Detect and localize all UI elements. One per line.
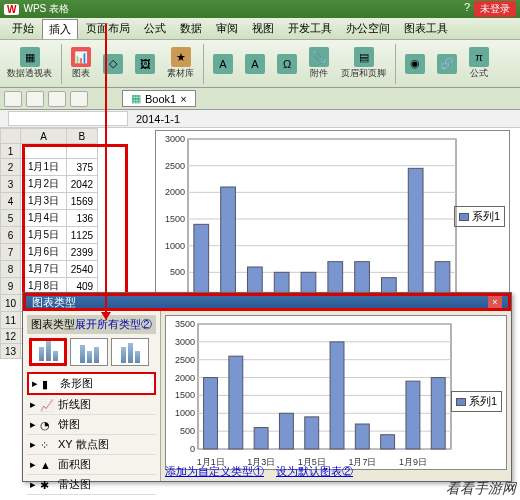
ribbon-hyperlink[interactable]: 🔗 (434, 53, 460, 75)
row-header[interactable]: 11 (1, 312, 21, 329)
cell[interactable]: 136 (66, 210, 97, 227)
ribbon-symbol[interactable]: Ω (274, 53, 300, 75)
type-icon: ◔ (40, 419, 54, 431)
add-custom-type-link[interactable]: 添加为自定义类型① (165, 464, 264, 479)
ribbon-shape[interactable]: ◇ (100, 53, 126, 75)
cell[interactable]: 1月2日 (21, 176, 67, 193)
cell[interactable]: 375 (66, 159, 97, 176)
dialog-close-button[interactable]: × (488, 296, 502, 308)
chart-type-item[interactable]: ▸▲面积图 (27, 455, 156, 475)
ribbon-textbox[interactable]: A (210, 53, 236, 75)
cell[interactable]: 1569 (66, 193, 97, 210)
ribbon-chart[interactable]: 📊图表 (68, 46, 94, 81)
row-header[interactable]: 12 (1, 329, 21, 344)
row-header[interactable]: 5 (1, 210, 21, 227)
login-button[interactable]: 未登录 (474, 1, 516, 17)
cell[interactable] (21, 144, 67, 159)
svg-text:1月9日: 1月9日 (399, 457, 427, 467)
name-box[interactable] (8, 111, 128, 126)
row-header[interactable]: 4 (1, 193, 21, 210)
legend-swatch (456, 398, 466, 406)
dialog-footer-links: 添加为自定义类型① 设为默认图表② (165, 464, 353, 479)
formula-value[interactable]: 2014-1-1 (136, 113, 180, 125)
table-row[interactable]: 1 (1, 144, 98, 159)
cell[interactable]: 2540 (66, 261, 97, 278)
col-B[interactable]: B (66, 129, 97, 144)
set-default-chart-link[interactable]: 设为默认图表② (276, 464, 353, 479)
row-header[interactable]: 6 (1, 227, 21, 244)
cell[interactable] (66, 144, 97, 159)
expand-link[interactable]: 展开所有类型② (75, 317, 152, 332)
cell[interactable]: 1月3日 (21, 193, 67, 210)
chart-type-item[interactable]: ▸▮条形图 (27, 372, 156, 395)
menu-formula[interactable]: 公式 (138, 19, 172, 38)
cell[interactable]: 1125 (66, 227, 97, 244)
cell[interactable]: 1月4日 (21, 210, 67, 227)
table-row[interactable]: 81月7日2540 (1, 261, 98, 278)
thumb-clustered-bar[interactable] (29, 338, 67, 366)
menu-pagelayout[interactable]: 页面布局 (80, 19, 136, 38)
thumb-3d-bar[interactable] (111, 338, 149, 366)
ribbon-wordart[interactable]: A (242, 53, 268, 75)
svg-rect-52 (330, 342, 344, 449)
headerfooter-icon: ▤ (354, 47, 374, 67)
row-header[interactable]: 2 (1, 159, 21, 176)
table-row[interactable]: 61月5日1125 (1, 227, 98, 244)
table-row[interactable]: 21月1日375 (1, 159, 98, 176)
row-header[interactable]: 1 (1, 144, 21, 159)
chart-type-item[interactable]: ▸✱雷达图 (27, 475, 156, 495)
row-header[interactable]: 7 (1, 244, 21, 261)
annotation-arrow (105, 24, 107, 319)
cell[interactable]: 1月5日 (21, 227, 67, 244)
type-icon: 📈 (40, 399, 54, 411)
row-header[interactable]: 13 (1, 344, 21, 359)
table-row[interactable]: 41月3日1569 (1, 193, 98, 210)
menu-start[interactable]: 开始 (6, 19, 40, 38)
thumb-stacked-bar[interactable] (70, 338, 108, 366)
dialog-titlebar[interactable]: 图表类型 × (23, 293, 511, 311)
menu-data[interactable]: 数据 (174, 19, 208, 38)
cell[interactable]: 2042 (66, 176, 97, 193)
cell[interactable]: 2399 (66, 244, 97, 261)
qa-undo[interactable] (26, 91, 44, 107)
cell[interactable]: 1月6日 (21, 244, 67, 261)
chart-type-item[interactable]: ▸📈折线图 (27, 395, 156, 415)
table-row[interactable]: 71月6日2399 (1, 244, 98, 261)
svg-rect-23 (408, 168, 423, 299)
col-A[interactable]: A (21, 129, 67, 144)
doc-tab-book1[interactable]: ▦ Book1 × (122, 90, 196, 107)
row-header[interactable]: 8 (1, 261, 21, 278)
ribbon-pivot[interactable]: ▦数据透视表 (4, 46, 55, 81)
row-header[interactable]: 3 (1, 176, 21, 193)
menu-view[interactable]: 视图 (246, 19, 280, 38)
type-label: 折线图 (58, 397, 91, 412)
menu-devtools[interactable]: 开发工具 (282, 19, 338, 38)
ribbon-equation[interactable]: π公式 (466, 46, 492, 81)
table-row[interactable]: 31月2日2042 (1, 176, 98, 193)
row-header[interactable]: 10 (1, 295, 21, 312)
ribbon-gallery[interactable]: ★素材库 (164, 46, 197, 81)
ribbon-attach[interactable]: 📎附件 (306, 46, 332, 81)
chart-type-item[interactable]: ▸◔饼图 (27, 415, 156, 435)
close-icon[interactable]: × (180, 93, 186, 105)
table-row[interactable]: 51月4日136 (1, 210, 98, 227)
qa-save[interactable] (4, 91, 22, 107)
menu-insert[interactable]: 插入 (42, 19, 78, 39)
quick-access-bar: ▦ Book1 × (0, 88, 520, 110)
ribbon-headerfooter[interactable]: ▤页眉和页脚 (338, 46, 389, 81)
cell[interactable]: 1月1日 (21, 159, 67, 176)
qa-print[interactable] (70, 91, 88, 107)
menu-office[interactable]: 办公空间 (340, 19, 396, 38)
ribbon-image[interactable]: 🖼 (132, 53, 158, 75)
qa-redo[interactable] (48, 91, 66, 107)
menu-charttools[interactable]: 图表工具 (398, 19, 454, 38)
cell[interactable]: 1月7日 (21, 261, 67, 278)
row-header[interactable]: 9 (1, 278, 21, 295)
dialog-preview-panel: 05001000150020002500300035001月1日1月3日1月5日… (161, 311, 511, 481)
link-icon: 🔗 (437, 54, 457, 74)
help-icon[interactable]: ? (464, 1, 470, 17)
menu-review[interactable]: 审阅 (210, 19, 244, 38)
watermark: 看看手游网 (446, 480, 516, 498)
ribbon-object[interactable]: ◉ (402, 53, 428, 75)
chart-type-item[interactable]: ▸⁘XY 散点图 (27, 435, 156, 455)
